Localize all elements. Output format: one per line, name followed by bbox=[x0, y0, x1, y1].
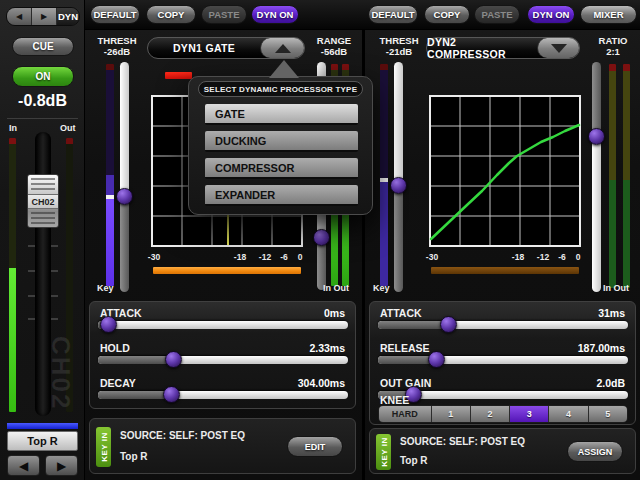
popup-title: SELECT DYNAMIC PROCESSOR TYPE bbox=[198, 81, 363, 97]
popup-item-gate[interactable]: GATE bbox=[205, 104, 358, 125]
dyn2-thresh-knob[interactable] bbox=[390, 177, 407, 194]
dyn1-range-label: RANGE bbox=[309, 35, 359, 46]
dyn1-attack-knob[interactable] bbox=[100, 316, 117, 333]
dyn2-keyin-source: SOURCE: SELF: POST EQ bbox=[400, 436, 525, 447]
dyn2-type-label: DYN2 COMPRESSOR bbox=[427, 38, 537, 58]
prev-channel-icon: ◀ bbox=[19, 459, 28, 473]
dyn1-selector-arrow-button[interactable] bbox=[260, 38, 304, 58]
popup-item-expander[interactable]: EXPANDER bbox=[205, 185, 358, 206]
dyn2-outgain-slider[interactable] bbox=[378, 391, 628, 399]
nav-next-button[interactable]: ▶ bbox=[32, 8, 57, 25]
dyn1-thresh-slider[interactable] bbox=[120, 62, 129, 292]
knee-selector: HARD 1 2 3 4 5 bbox=[378, 405, 628, 423]
dyn1-thresh-value: -26dB bbox=[89, 46, 145, 57]
dyn1-level-meter bbox=[153, 267, 301, 274]
dyn2-level-meter bbox=[431, 267, 579, 274]
dyn2-ratio-value: 2:1 bbox=[589, 46, 637, 57]
dyn1-range-knob[interactable] bbox=[313, 229, 330, 246]
processor-type-popup: SELECT DYNAMIC PROCESSOR TYPE GATE DUCKI… bbox=[188, 76, 373, 215]
dyn1-decay-knob[interactable] bbox=[163, 386, 180, 403]
param-value: 2.33ms bbox=[309, 342, 345, 354]
chevron-up-icon bbox=[275, 44, 291, 53]
channel-nav-control: ◀ ▶ DYN bbox=[6, 7, 80, 26]
dyn1-paste-button[interactable]: PASTE bbox=[201, 5, 247, 24]
dyn2-default-button[interactable]: DEFAULT bbox=[368, 5, 418, 24]
dyn1-decay-slider[interactable] bbox=[98, 391, 348, 399]
channel-color-bar bbox=[7, 423, 78, 429]
popup-item-compressor[interactable]: COMPRESSOR bbox=[205, 158, 358, 179]
dyn1-hold-slider[interactable] bbox=[98, 356, 348, 364]
dyn-mode-label[interactable]: DYN bbox=[57, 8, 79, 25]
next-icon: ▶ bbox=[41, 12, 47, 21]
fader-handle[interactable]: CH02 bbox=[27, 174, 59, 228]
dyn1-inout-label: In Out bbox=[323, 283, 349, 293]
cue-button[interactable]: CUE bbox=[12, 37, 74, 56]
dyn2-inout-label: In Out bbox=[603, 283, 629, 293]
dyn2-key-meter bbox=[380, 64, 388, 286]
dyn1-meter-scale: -30 -18 -12 -6 0 bbox=[152, 252, 302, 262]
dyn1-keyin-edit-button[interactable]: EDIT bbox=[287, 436, 343, 457]
dyn2-thresh-slider[interactable] bbox=[394, 62, 403, 292]
channel-name-button[interactable]: Top R bbox=[7, 431, 78, 451]
dyn2-params-box: ATTACK 31ms RELEASE 187.00ms OUT GAIN 2.… bbox=[369, 301, 636, 425]
next-channel-button[interactable]: ▶ bbox=[45, 455, 78, 476]
knee-option-3[interactable]: 3 bbox=[510, 406, 549, 422]
prev-channel-button[interactable]: ◀ bbox=[7, 455, 40, 476]
dyn1-attack-slider[interactable] bbox=[98, 321, 348, 329]
dyn2-selector-arrow-button[interactable] bbox=[537, 38, 579, 58]
dyn2-keyin-assign-button[interactable]: ASSIGN bbox=[567, 441, 623, 462]
dyn2-ratio-knob[interactable] bbox=[588, 128, 605, 145]
dyn2-type-selector[interactable]: DYN2 COMPRESSOR bbox=[426, 37, 580, 59]
dyn2-ratio-slider[interactable] bbox=[592, 62, 601, 292]
param-value: 0ms bbox=[324, 307, 345, 319]
dyn2-release-slider[interactable] bbox=[378, 356, 628, 364]
dyn2-on-button[interactable]: DYN ON bbox=[527, 5, 575, 24]
param-label: OUT GAIN bbox=[380, 377, 431, 389]
dyn1-type-selector[interactable]: DYN1 GATE bbox=[147, 37, 305, 59]
dyn2-paste-button[interactable]: PASTE bbox=[474, 5, 520, 24]
dyn1-params-box: ATTACK 0ms HOLD 2.33ms DECAY 304.00ms bbox=[89, 301, 356, 409]
dyn1-keyin-channel: Top R bbox=[120, 451, 148, 462]
dyn2-pane: THRESH -21dB DYN2 COMPRESSOR RATIO 2:1 bbox=[363, 30, 640, 480]
popup-item-ducking[interactable]: DUCKING bbox=[205, 131, 358, 152]
on-button[interactable]: ON bbox=[12, 66, 74, 87]
dyn2-release-knob[interactable] bbox=[428, 351, 445, 368]
knee-option-1[interactable]: 1 bbox=[432, 406, 471, 422]
dyn2-keyin-box: KEY IN SOURCE: SELF: POST EQ Top R ASSIG… bbox=[369, 428, 636, 474]
param-label: HOLD bbox=[100, 342, 130, 354]
dyn2-attack-knob[interactable] bbox=[440, 316, 457, 333]
popup-arrow-icon bbox=[269, 60, 299, 78]
param-value: 187.00ms bbox=[578, 342, 625, 354]
out-label: Out bbox=[60, 123, 76, 133]
dyn1-keyin-box: KEY IN SOURCE: SELF: POST EQ Top R EDIT bbox=[89, 418, 356, 474]
dyn1-hold-knob[interactable] bbox=[165, 351, 182, 368]
nav-prev-button[interactable]: ◀ bbox=[7, 8, 32, 25]
divider bbox=[7, 118, 78, 119]
dyn1-copy-button[interactable]: COPY bbox=[146, 5, 196, 24]
dyn2-attack-slider[interactable] bbox=[378, 321, 628, 329]
dyn1-on-button[interactable]: DYN ON bbox=[251, 5, 299, 24]
dyn1-key-meter bbox=[106, 64, 114, 286]
knee-option-hard[interactable]: HARD bbox=[379, 406, 432, 422]
param-value: 304.00ms bbox=[298, 377, 345, 389]
dyn2-copy-button[interactable]: COPY bbox=[424, 5, 470, 24]
dyn1-thresh-knob[interactable] bbox=[116, 188, 133, 205]
next-channel-icon: ▶ bbox=[57, 459, 66, 473]
param-label: DECAY bbox=[100, 377, 136, 389]
knee-option-2[interactable]: 2 bbox=[471, 406, 510, 422]
dyn2-keyin-channel: Top R bbox=[400, 455, 428, 466]
dyn2-thresh-label: THRESH bbox=[371, 35, 427, 46]
dyn1-keyin-tab: KEY IN bbox=[96, 427, 111, 467]
in-label: In bbox=[9, 123, 17, 133]
prev-icon: ◀ bbox=[16, 12, 22, 21]
mixer-button[interactable]: MIXER bbox=[580, 5, 637, 24]
dyn2-graph bbox=[429, 95, 581, 247]
dyn1-default-button[interactable]: DEFAULT bbox=[90, 5, 140, 24]
dyn2-ratio-label: RATIO bbox=[589, 35, 637, 46]
knee-option-4[interactable]: 4 bbox=[549, 406, 588, 422]
dyn1-range-value: -56dB bbox=[309, 46, 359, 57]
scale-label: -18 bbox=[228, 252, 252, 262]
channel-watermark: CH02 bbox=[45, 336, 76, 410]
dynamics-screen: ◀ ▶ DYN CUE ON -0.8dB In Out CH02 CH02 bbox=[0, 0, 640, 480]
knee-option-5[interactable]: 5 bbox=[589, 406, 627, 422]
